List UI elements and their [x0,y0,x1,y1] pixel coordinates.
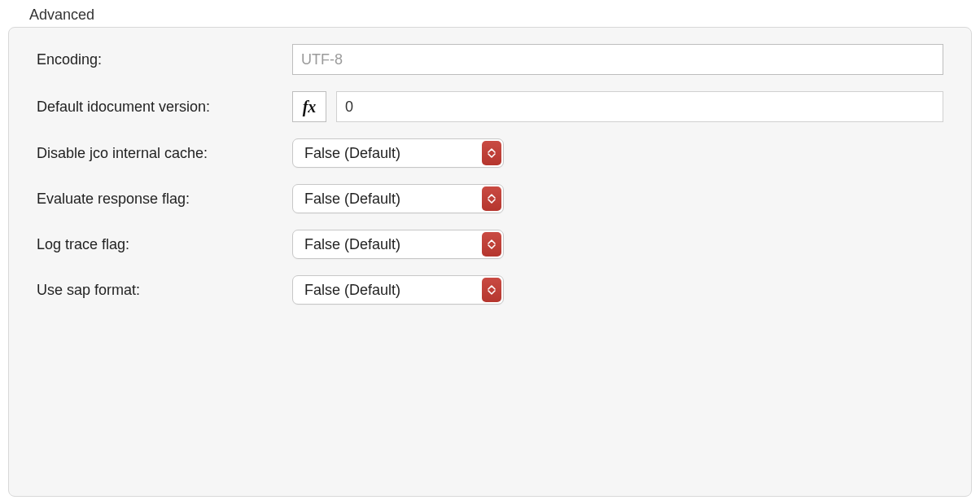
disable-jco-cache-value: False (Default) [304,145,400,162]
log-trace-flag-label: Log trace flag: [37,236,292,253]
evaluate-response-flag-label: Evaluate response flag: [37,191,292,208]
log-trace-flag-value: False (Default) [304,236,400,253]
log-trace-flag-select[interactable]: False (Default) [292,230,504,259]
row-default-idoc-version: Default idocument version: fx [37,91,943,122]
row-use-sap-format: Use sap format: False (Default) [37,275,943,305]
section-title: Advanced [29,7,972,24]
row-encoding: Encoding: [37,44,943,75]
use-sap-format-value: False (Default) [304,282,400,299]
row-evaluate-response-flag: Evaluate response flag: False (Default) [37,184,943,213]
evaluate-response-flag-select[interactable]: False (Default) [292,184,504,213]
encoding-input[interactable] [292,44,943,75]
disable-jco-cache-select[interactable]: False (Default) [292,138,504,168]
use-sap-format-select[interactable]: False (Default) [292,275,504,305]
row-disable-jco-cache: Disable jco internal cache: False (Defau… [37,138,943,168]
encoding-label: Encoding: [37,51,292,68]
advanced-panel: Encoding: Default idocument version: fx … [8,27,972,497]
use-sap-format-label: Use sap format: [37,282,292,299]
default-idoc-version-input[interactable] [336,91,943,122]
fx-icon[interactable]: fx [292,91,326,122]
row-log-trace-flag: Log trace flag: False (Default) [37,230,943,259]
default-idoc-version-label: Default idocument version: [37,99,292,116]
disable-jco-cache-label: Disable jco internal cache: [37,145,292,162]
evaluate-response-flag-value: False (Default) [304,191,400,208]
